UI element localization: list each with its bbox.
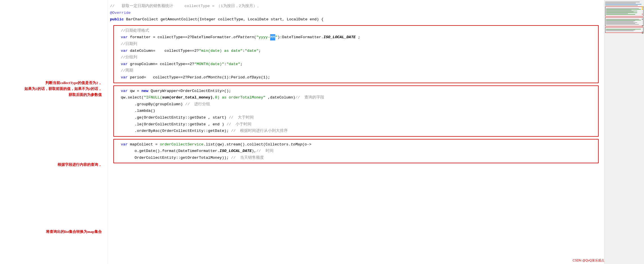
header-comment: // 获取一定日期内的销售额统计 collectType = （1为按日，2为按… <box>108 3 604 10</box>
box3-line-mapcollect: var mapCollect = orderCollectService .li… <box>114 141 598 148</box>
box2-line-le: .le(OrderCollectEntity::getDate , end ) … <box>114 121 598 128</box>
box1-line-period: var period= collectType==2?Period. ofMon… <box>114 74 598 81</box>
annotation-block-1: 判断当前collectType的值是否为2， 如果为2的话，获取前面的值，如果不… <box>3 80 105 98</box>
method-sig-line: public BarCharCollect getAmountCollect(I… <box>108 16 604 23</box>
code-box-2: var qw = new QueryWrapper<OrderCollectEn… <box>113 85 599 137</box>
box2-line-select: qw.select( "IFNULL(sum(order_total_money… <box>114 94 598 101</box>
code-box-1: //日期处理格式 var formatter = collectType==2?… <box>113 25 599 83</box>
annotation-text-2: 根据字段进行内容的查询， <box>58 162 102 168</box>
code-box-3: var mapCollect = orderCollectService .li… <box>113 139 599 164</box>
annotation-text-3: 将查询出的list集合转换为map集合 <box>46 229 102 235</box>
box1-line-comment2: //日期列 <box>114 41 598 48</box>
box1-line-datecolumn: var dateColumn= collectType==2? "min(dat… <box>114 48 598 54</box>
box2-line-qw: var qw = new QueryWrapper<OrderCollectEn… <box>114 88 598 95</box>
minimap-panel <box>604 0 644 264</box>
box2-line-groupby: .groupBy(groupColumn) // 进行分组 <box>114 101 598 108</box>
box2-line-lambda: .lambda() <box>114 108 598 114</box>
annotation-text-1b: 如果为2的话，获取前面的值，如果不为2的话， <box>24 86 102 92</box>
main-content: // 获取一定日期内的销售额统计 collectType = （1为按日，2为按… <box>108 0 604 264</box>
box1-line-groupcolumn: var groupColumn= collectType==2? "MONTH(… <box>114 61 598 68</box>
box1-line-comment4: //周期 <box>114 67 598 74</box>
annotation-block-3: 将查询出的list集合转换为map集合 <box>3 229 105 235</box>
box1-line-comment3: //分组列 <box>114 54 598 61</box>
box3-line-getdate: o.getDate().format(DateTimeFormatter. IS… <box>114 148 598 154</box>
box2-line-orderby: .orderByAsc(OrderCollectEntity::getDate)… <box>114 128 598 134</box>
annotation-text-1: 判断当前collectType的值是否为2， <box>45 80 102 86</box>
box2-line-ge: .ge(OrderCollectEntity::getDate , start)… <box>114 114 598 121</box>
box1-line-comment1: //日期处理格式 <box>114 27 598 34</box>
annotation-text-1c: 获取后面的为参数值 <box>69 92 102 98</box>
override-line: @Override <box>108 10 604 16</box>
watermark: CSDN @QvQ菜乐观点 <box>573 258 604 263</box>
annotation-block-2: 根据字段进行内容的查询， <box>3 162 105 168</box>
annotation-panel: 判断当前collectType的值是否为2， 如果为2的话，获取前面的值，如果不… <box>0 0 108 264</box>
box1-line-formatter: var formatter = collectType==2?DateTimeF… <box>114 34 598 41</box>
box3-line-gettotal: OrderCollectEntity::getOrderTotalMoney))… <box>114 154 598 161</box>
